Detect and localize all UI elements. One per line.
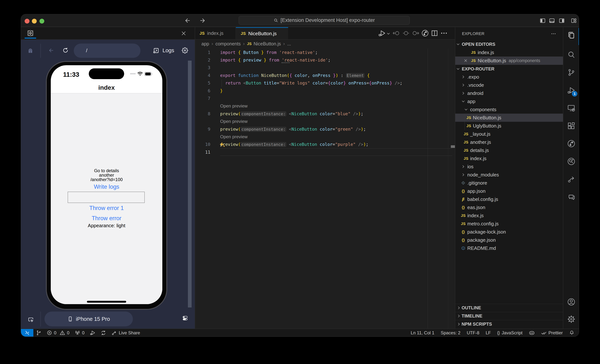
live-share-icon[interactable] bbox=[567, 175, 576, 184]
tree-item-uglybutton-js[interactable]: JSUglyButton.js bbox=[455, 122, 563, 130]
toggle-panel-icon[interactable] bbox=[549, 18, 555, 24]
tree-item--gitignore[interactable]: .gitignore bbox=[455, 179, 563, 187]
tree-item--vscode[interactable]: .vscode bbox=[455, 81, 563, 89]
copilot-sparkle-icon[interactable] bbox=[219, 141, 226, 148]
codelens-label[interactable]: Open preview bbox=[220, 103, 248, 109]
reload-icon[interactable] bbox=[62, 47, 69, 53]
tree-item-index-js[interactable]: JSindex.js bbox=[455, 212, 563, 220]
tree-item-metro-config-js[interactable]: JSmetro.config.js bbox=[455, 220, 563, 228]
codelens-row[interactable]: Open preview bbox=[195, 102, 455, 110]
live-share-status[interactable]: Live Share bbox=[109, 329, 143, 336]
command-center[interactable]: [Extension Development Host] expo-router bbox=[239, 16, 410, 25]
debug-run-status[interactable] bbox=[87, 329, 98, 336]
codelens-row[interactable]: Open preview bbox=[195, 118, 455, 125]
panel-settings-gear-icon[interactable] bbox=[182, 47, 188, 54]
inspect-element-icon[interactable] bbox=[28, 317, 34, 323]
run-or-debug-icon[interactable] bbox=[378, 29, 386, 37]
search-icon[interactable] bbox=[567, 50, 576, 59]
close-panel-icon[interactable] bbox=[181, 30, 187, 36]
section-header-expo-router[interactable]: EXPO-ROUTER bbox=[455, 65, 563, 73]
codelens-label[interactable]: Open preview bbox=[220, 134, 248, 139]
phone-text-input[interactable] bbox=[68, 192, 145, 203]
tab-nicebutton-js[interactable]: JS NiceButton.js bbox=[236, 27, 288, 39]
device-select-button[interactable]: iPhone 15 Pro bbox=[45, 312, 133, 326]
language-mode[interactable]: {} JavaScript bbox=[494, 329, 526, 336]
source-control-status[interactable] bbox=[33, 329, 44, 336]
tab-radon-ide[interactable] bbox=[21, 27, 59, 39]
broadcast-status[interactable]: 0 bbox=[72, 329, 87, 336]
problems-status[interactable]: 0 0 bbox=[44, 329, 72, 336]
phone-link[interactable]: Throw error 1 bbox=[51, 205, 162, 212]
history-back-icon[interactable] bbox=[184, 17, 191, 24]
file-history-icon[interactable] bbox=[421, 29, 429, 37]
appearance-toggles-icon[interactable] bbox=[182, 315, 188, 321]
panel-scrollbar[interactable] bbox=[188, 61, 192, 308]
breadcrumb-item[interactable]: components bbox=[216, 41, 241, 47]
close-editor-icon[interactable] bbox=[463, 58, 468, 63]
codelens-label[interactable]: Open preview bbox=[220, 119, 248, 124]
code-lines[interactable]: 1import { Button } from 'react-native';2… bbox=[195, 48, 455, 156]
toggle-sidebar-right-icon[interactable] bbox=[559, 18, 565, 24]
tree-item-package-lock-json[interactable]: {}package-lock.json bbox=[455, 228, 563, 236]
magnet-icon[interactable] bbox=[27, 47, 34, 54]
code-editor[interactable]: app›components›JSNiceButton.js›... 1impo… bbox=[195, 40, 455, 329]
breadcrumbs[interactable]: app›components›JSNiceButton.js›... bbox=[201, 40, 291, 48]
tree-item-eas-json[interactable]: {}eas.json bbox=[455, 203, 563, 212]
breadcrumb-item[interactable]: NiceButton.js bbox=[253, 41, 281, 47]
tree-item-package-json[interactable]: {}package.json bbox=[455, 236, 563, 244]
split-editor-icon[interactable] bbox=[431, 29, 438, 37]
customize-layout-icon[interactable] bbox=[571, 18, 577, 24]
sidebar-more-icon[interactable] bbox=[551, 31, 556, 37]
prettier-status[interactable]: Prettier bbox=[538, 329, 566, 336]
eol-sequence[interactable]: LF bbox=[483, 329, 494, 336]
search-commits-icon[interactable] bbox=[567, 157, 576, 166]
logs-button[interactable]: Logs bbox=[153, 46, 174, 55]
section-header-open-editors[interactable]: OPEN EDITORS bbox=[455, 40, 563, 48]
sync-status[interactable] bbox=[98, 329, 109, 336]
toggle-sidebar-left-icon[interactable] bbox=[540, 18, 546, 24]
tree-item-index-js[interactable]: JSindex.js bbox=[455, 154, 563, 163]
traffic-minimize-button[interactable] bbox=[32, 19, 37, 24]
section-header-npm-scripts[interactable]: NPM SCRIPTS bbox=[455, 320, 563, 328]
settings-gear-icon[interactable] bbox=[567, 315, 576, 323]
tree-item-index-js[interactable]: JSindex.js bbox=[455, 48, 563, 56]
indentation[interactable]: Spaces: 2 bbox=[438, 329, 464, 336]
traffic-close-button[interactable] bbox=[25, 19, 29, 24]
traffic-zoom-button[interactable] bbox=[39, 19, 44, 24]
file-tree[interactable]: OPEN EDITORSJSindex.jsJSNiceButton.jsapp… bbox=[455, 40, 563, 252]
account-icon[interactable] bbox=[567, 298, 576, 306]
section-header-timeline[interactable]: TIMELINE bbox=[455, 312, 563, 320]
phone-link[interactable]: Throw error bbox=[51, 215, 162, 222]
remote-indicator[interactable] bbox=[21, 329, 33, 336]
encoding[interactable]: UTF-8 bbox=[464, 329, 483, 336]
tree-item-android[interactable]: android bbox=[455, 89, 563, 97]
tree-item-node-modules[interactable]: node_modules bbox=[455, 171, 563, 179]
tree-item-ios[interactable]: ios bbox=[455, 163, 563, 171]
codelens-row[interactable]: Open preview bbox=[195, 133, 455, 140]
remote-explorer-icon[interactable] bbox=[567, 104, 576, 112]
chevron-down-icon[interactable] bbox=[386, 31, 390, 36]
comments-icon[interactable] bbox=[567, 193, 576, 201]
history-forward-icon[interactable] bbox=[199, 17, 206, 24]
tree-item-app[interactable]: app bbox=[455, 97, 563, 105]
notifications-bell[interactable] bbox=[566, 329, 574, 336]
tree-item-app-json[interactable]: {}app.json bbox=[455, 187, 563, 195]
tree-item--expo[interactable]: .expo bbox=[455, 73, 563, 81]
source-control-icon[interactable] bbox=[567, 68, 576, 77]
url-bar[interactable]: / bbox=[74, 44, 141, 58]
section-header-outline[interactable]: OUTLINE bbox=[455, 304, 563, 312]
commit-graph-icon[interactable] bbox=[567, 139, 576, 148]
nav-back-icon[interactable] bbox=[48, 47, 54, 53]
extensions-icon[interactable] bbox=[567, 121, 576, 130]
copilot-status[interactable] bbox=[526, 329, 538, 336]
more-actions-icon[interactable] bbox=[440, 29, 448, 37]
tree-item-nicebutton-js[interactable]: JSNiceButton.js bbox=[455, 114, 563, 122]
tree-item--layout-js[interactable]: JS_layout.js bbox=[455, 130, 563, 138]
tree-item-nicebutton-js[interactable]: JSNiceButton.jsapp/components bbox=[455, 56, 563, 65]
tree-item-details-js[interactable]: JSdetails.js bbox=[455, 146, 563, 154]
phone-link[interactable]: Write logs bbox=[51, 184, 162, 190]
tree-item-components[interactable]: components bbox=[455, 105, 563, 114]
breadcrumb-item[interactable]: app bbox=[201, 41, 209, 47]
tree-item-readme-md[interactable]: README.md bbox=[455, 244, 563, 252]
explorer-files-icon[interactable] bbox=[567, 31, 576, 39]
